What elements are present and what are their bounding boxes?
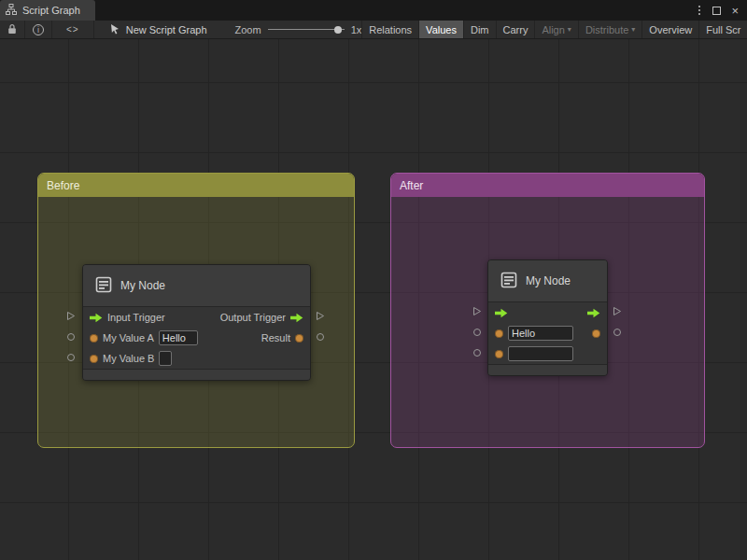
value-a-port-icon[interactable] bbox=[90, 334, 98, 343]
unit-icon bbox=[94, 275, 113, 297]
result-port-icon[interactable] bbox=[295, 334, 303, 343]
trigger-row: Input Trigger Output Trigger bbox=[83, 307, 310, 328]
value-b-port-icon[interactable] bbox=[495, 350, 503, 358]
zoom-slider-knob[interactable] bbox=[334, 26, 342, 34]
tab-title: Script Graph bbox=[22, 5, 80, 16]
output-trigger-port-icon[interactable] bbox=[290, 313, 303, 323]
ext-value-port-icon[interactable] bbox=[473, 329, 481, 336]
window-controls: × bbox=[697, 0, 747, 21]
zoom-slider[interactable] bbox=[268, 21, 345, 39]
graph-title-area: New Script Graph bbox=[109, 21, 207, 38]
result-port-icon[interactable] bbox=[592, 329, 600, 338]
value-a-field[interactable] bbox=[159, 330, 198, 345]
node-title: My Node bbox=[526, 274, 571, 287]
align-label: Align bbox=[542, 24, 564, 35]
trigger-row bbox=[488, 302, 607, 323]
value-a-port-icon[interactable] bbox=[495, 329, 503, 338]
node-footer bbox=[83, 369, 310, 380]
output-trigger-port-icon[interactable] bbox=[587, 308, 600, 318]
lock-icon bbox=[7, 23, 17, 36]
distribute-label: Distribute bbox=[585, 24, 628, 35]
align-dropdown[interactable]: Align ▾ bbox=[534, 21, 577, 38]
ext-flow-input-icon[interactable] bbox=[66, 311, 76, 321]
chevron-down-icon: ▾ bbox=[568, 25, 571, 34]
maximize-icon[interactable] bbox=[712, 7, 721, 15]
fullscreen-button[interactable]: Full Scr bbox=[698, 21, 747, 38]
node-after[interactable]: My Node bbox=[487, 259, 608, 376]
overview-button[interactable]: Overview bbox=[641, 21, 698, 38]
value-a-label: My Value A bbox=[103, 332, 154, 343]
ext-flow-output-icon[interactable] bbox=[316, 311, 325, 321]
value-b-label: My Value B bbox=[103, 353, 154, 364]
info-icon: i bbox=[33, 24, 44, 35]
ext-flow-output-icon[interactable] bbox=[613, 306, 622, 316]
graph-toolbar: i <> New Script Graph Zoom 1x Relations … bbox=[0, 21, 747, 39]
window-menu-icon[interactable] bbox=[697, 4, 702, 17]
output-trigger-label: Output Trigger bbox=[220, 312, 286, 323]
zoom-control: Zoom 1x bbox=[235, 21, 362, 38]
code-preview-button[interactable]: <> bbox=[52, 21, 94, 38]
graph-canvas[interactable]: Before After My Node bbox=[0, 39, 747, 560]
code-icon: <> bbox=[66, 24, 79, 35]
zoom-label: Zoom bbox=[235, 24, 261, 35]
ext-flow-input-icon[interactable] bbox=[472, 306, 482, 316]
distribute-dropdown[interactable]: Distribute ▾ bbox=[578, 21, 641, 38]
lock-button[interactable] bbox=[0, 21, 25, 38]
tab-script-graph[interactable]: Script Graph bbox=[0, 0, 95, 21]
group-after-title: After bbox=[400, 179, 423, 192]
node-after-header[interactable]: My Node bbox=[488, 260, 607, 302]
node-before-header[interactable]: My Node bbox=[83, 265, 310, 307]
dim-button[interactable]: Dim bbox=[463, 21, 496, 38]
input-trigger-port-icon[interactable] bbox=[90, 313, 103, 323]
node-title: My Node bbox=[120, 279, 165, 292]
input-trigger-label: Input Trigger bbox=[107, 312, 165, 323]
ext-value-port-icon[interactable] bbox=[67, 354, 75, 361]
ext-value-port-icon[interactable] bbox=[613, 329, 621, 336]
value-b-field[interactable] bbox=[159, 351, 172, 366]
input-trigger-port-icon[interactable] bbox=[495, 308, 508, 318]
inspect-button[interactable]: i bbox=[25, 21, 52, 38]
carry-button[interactable]: Carry bbox=[496, 21, 535, 38]
close-icon[interactable]: × bbox=[731, 5, 739, 17]
node-before[interactable]: My Node Input Trigger Output Trigger My … bbox=[82, 264, 311, 381]
value-b-row: My Value B bbox=[83, 348, 310, 369]
unit-icon bbox=[500, 271, 518, 292]
toolbar-buttons: Relations Values Dim Carry Align ▾ Distr… bbox=[361, 21, 747, 38]
tab-bar: Script Graph × bbox=[0, 0, 747, 21]
value-a-field[interactable] bbox=[508, 326, 573, 341]
node-footer bbox=[488, 364, 607, 375]
group-before-title: Before bbox=[47, 179, 79, 192]
group-after-header[interactable]: After bbox=[391, 174, 704, 197]
relations-button[interactable]: Relations bbox=[361, 21, 418, 38]
ext-value-port-icon[interactable] bbox=[67, 333, 75, 341]
value-b-port-icon[interactable] bbox=[90, 355, 98, 363]
value-a-row: My Value A Result bbox=[83, 328, 310, 348]
value-a-row bbox=[488, 323, 607, 343]
graph-name-label: New Script Graph bbox=[126, 24, 207, 35]
script-graph-window: Script Graph × i <> bbox=[0, 0, 747, 560]
values-button[interactable]: Values bbox=[418, 21, 463, 38]
value-b-row bbox=[488, 343, 607, 364]
ext-value-port-icon[interactable] bbox=[317, 333, 324, 341]
ext-value-port-icon[interactable] bbox=[473, 349, 481, 357]
script-graph-icon bbox=[6, 4, 17, 17]
pointer-icon bbox=[109, 23, 120, 36]
result-label: Result bbox=[261, 332, 290, 343]
group-before-header[interactable]: Before bbox=[38, 174, 354, 197]
chevron-down-icon: ▾ bbox=[631, 25, 635, 34]
value-b-field[interactable] bbox=[508, 346, 573, 361]
zoom-value: 1x bbox=[351, 24, 362, 35]
